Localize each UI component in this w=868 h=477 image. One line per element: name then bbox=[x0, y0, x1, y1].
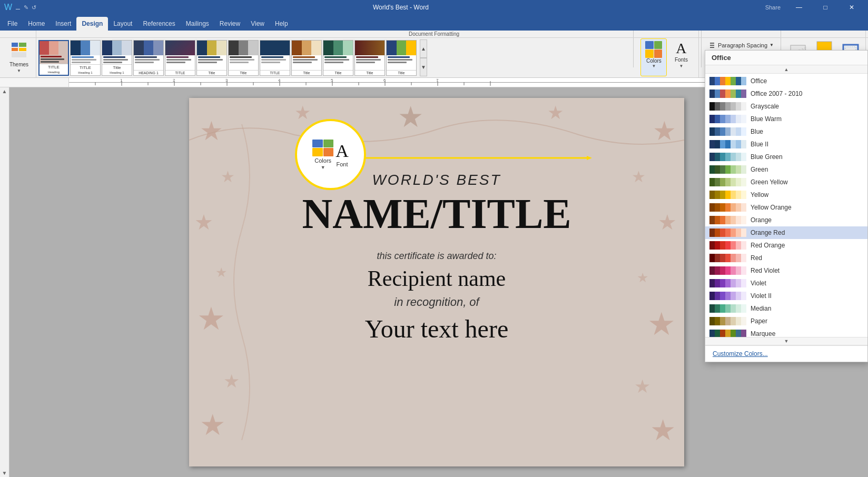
paragraph-spacing-button[interactable]: Paragraph Spacing ▼ bbox=[706, 40, 776, 51]
close-btn[interactable]: ✕ bbox=[840, 0, 864, 15]
color-item-violet2[interactable]: Violet II bbox=[705, 290, 867, 302]
fonts-button[interactable]: A Fonts ▼ bbox=[669, 38, 693, 76]
svg-text:★: ★ bbox=[200, 409, 225, 441]
theme-preview-7[interactable]: Title bbox=[228, 40, 259, 76]
color-label-paper: Paper bbox=[751, 317, 767, 325]
section-label: Document Formatting bbox=[0, 31, 868, 38]
color-item-red[interactable]: Red bbox=[705, 252, 867, 264]
theme-preview-2[interactable]: TITLEHeading 1 bbox=[70, 40, 101, 76]
svg-rect-2 bbox=[12, 48, 18, 51]
tab-view[interactable]: View bbox=[245, 17, 270, 31]
colors-button[interactable]: Colors ▼ bbox=[640, 38, 667, 76]
colors-label: Colors bbox=[646, 58, 662, 64]
tab-help[interactable]: Help bbox=[270, 17, 293, 31]
svg-text:2: 2 bbox=[173, 78, 175, 83]
color-item-blue2[interactable]: Blue II bbox=[705, 138, 867, 151]
color-label-yellow: Yellow bbox=[751, 191, 768, 198]
color-label-blue-warm: Blue Warm bbox=[751, 115, 782, 123]
color-palette-blue-green bbox=[709, 153, 746, 161]
themes-button[interactable]: Themes ▼ bbox=[5, 39, 33, 76]
color-label-yellow-orange: Yellow Orange bbox=[751, 204, 792, 211]
color-item-paper[interactable]: Paper bbox=[705, 315, 867, 327]
fonts-label: Fonts bbox=[675, 57, 688, 63]
svg-text:5: 5 bbox=[331, 78, 333, 83]
color-item-yellow[interactable]: Yellow bbox=[705, 188, 867, 201]
tab-file[interactable]: File bbox=[2, 17, 23, 31]
scroll-up-btn[interactable]: ▲ bbox=[1, 87, 8, 95]
color-palette-grayscale bbox=[709, 102, 746, 111]
tab-layout[interactable]: Layout bbox=[108, 17, 137, 31]
recipient-text: Recipient name bbox=[302, 266, 571, 291]
svg-text:1: 1 bbox=[120, 78, 123, 83]
color-label-orange: Orange bbox=[751, 216, 772, 224]
color-label-blue-green: Blue Green bbox=[751, 153, 783, 161]
gallery-scroll-down[interactable]: ▼ bbox=[420, 58, 427, 76]
share-label[interactable]: Share bbox=[765, 4, 781, 11]
dropdown-scroll-down[interactable]: ▼ bbox=[705, 337, 867, 345]
color-item-green-yellow[interactable]: Green Yellow bbox=[705, 176, 867, 188]
scroll-down-btn[interactable]: ▼ bbox=[1, 469, 8, 477]
tab-design[interactable]: Design bbox=[76, 17, 108, 31]
color-item-blue[interactable]: Blue bbox=[705, 125, 867, 138]
color-palette-paper bbox=[709, 317, 746, 325]
color-item-orange-red[interactable]: Orange Red bbox=[705, 226, 867, 239]
tab-insert[interactable]: Insert bbox=[50, 17, 76, 31]
color-palette-orange-red bbox=[709, 228, 746, 237]
color-item-office[interactable]: Office bbox=[705, 75, 867, 87]
color-palette-blue-warm bbox=[709, 115, 746, 123]
color-item-red-violet[interactable]: Red Violet bbox=[705, 264, 867, 277]
maximize-btn[interactable]: □ bbox=[813, 0, 837, 15]
svg-rect-4 bbox=[12, 52, 26, 57]
color-label-violet: Violet bbox=[751, 280, 766, 287]
color-item-red-orange[interactable]: Red Orange bbox=[705, 239, 867, 252]
color-label-red-orange: Red Orange bbox=[751, 242, 785, 249]
color-palette-red bbox=[709, 254, 746, 262]
theme-preview-3[interactable]: TitleHeading 1 bbox=[102, 40, 132, 76]
vertical-scrollbar[interactable]: ▲ ▼ bbox=[0, 87, 9, 477]
theme-preview-11[interactable]: Title bbox=[354, 40, 385, 76]
document-page: ★ ★ ★ ★ ★ ★ ★ ★ ★ ★ ★ ★ ★ bbox=[189, 98, 684, 466]
theme-preview-9[interactable]: Title bbox=[291, 40, 322, 76]
fonts-icon: A bbox=[676, 41, 686, 56]
color-label-office2007: Office 2007 - 2010 bbox=[751, 90, 803, 97]
theme-preview-10[interactable]: Title bbox=[323, 40, 353, 76]
paragraph-spacing-chevron: ▼ bbox=[770, 43, 774, 47]
dropdown-scroll-up[interactable]: ▲ bbox=[705, 65, 867, 74]
color-item-median[interactable]: Median bbox=[705, 302, 867, 315]
svg-text:★: ★ bbox=[647, 306, 676, 342]
svg-text:★: ★ bbox=[658, 211, 677, 234]
minimize-btn[interactable]: — bbox=[787, 0, 811, 15]
svg-text:★: ★ bbox=[200, 116, 223, 146]
color-item-orange[interactable]: Orange bbox=[705, 214, 867, 226]
color-item-blue-warm[interactable]: Blue Warm bbox=[705, 113, 867, 125]
gallery-scroll: ▲ ▼ bbox=[420, 39, 427, 76]
svg-text:★: ★ bbox=[223, 371, 240, 391]
color-palette-blue2 bbox=[709, 140, 746, 148]
colors-dropdown-footer: Customize Colors... bbox=[705, 345, 867, 362]
svg-rect-1 bbox=[19, 43, 26, 47]
color-item-blue-green[interactable]: Blue Green bbox=[705, 151, 867, 163]
theme-preview-8[interactable]: TITLE bbox=[260, 40, 290, 76]
theme-preview-6[interactable]: Title bbox=[196, 40, 227, 76]
tab-references[interactable]: References bbox=[137, 17, 180, 31]
tab-review[interactable]: Review bbox=[214, 17, 245, 31]
svg-text:★: ★ bbox=[398, 101, 423, 133]
color-item-grayscale[interactable]: Grayscale bbox=[705, 100, 867, 113]
tab-home[interactable]: Home bbox=[23, 17, 50, 31]
color-item-yellow-orange[interactable]: Yellow Orange bbox=[705, 201, 867, 214]
svg-text:4: 4 bbox=[278, 78, 281, 83]
svg-rect-0 bbox=[12, 43, 18, 47]
theme-preview-12[interactable]: Title bbox=[386, 40, 417, 76]
colors-dropdown: Office ▲ Office bbox=[705, 50, 868, 362]
color-item-green[interactable]: Green bbox=[705, 163, 867, 176]
theme-preview-5[interactable]: TITLE bbox=[165, 40, 195, 76]
color-item-marquee[interactable]: Marquee bbox=[705, 327, 867, 337]
themes-label: Themes bbox=[9, 62, 28, 67]
theme-preview-1[interactable]: TITLEHeading bbox=[38, 40, 69, 76]
gallery-scroll-up[interactable]: ▲ bbox=[420, 39, 427, 58]
theme-preview-4[interactable]: HEADING 1 bbox=[133, 40, 164, 76]
color-item-violet[interactable]: Violet bbox=[705, 277, 867, 290]
color-item-office2007[interactable]: Office 2007 - 2010 bbox=[705, 87, 867, 100]
tab-mailings[interactable]: Mailings bbox=[181, 17, 214, 31]
customize-colors-button[interactable]: Customize Colors... bbox=[709, 348, 863, 360]
